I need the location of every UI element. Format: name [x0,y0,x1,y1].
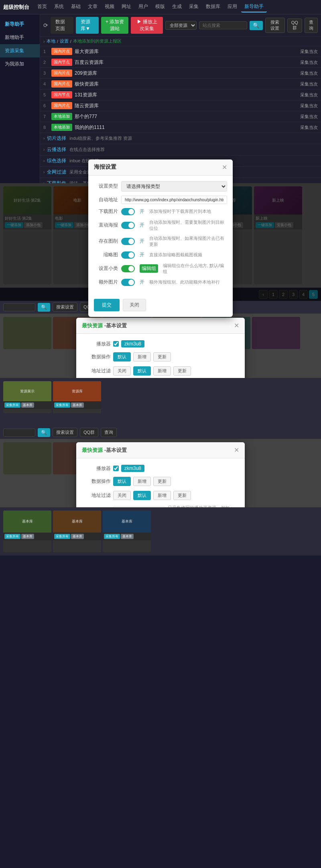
extra-img-row: 额外图片 开 额外海报组别、此功能额外本地补行 [94,279,227,286]
addr-filter-close-1[interactable]: 关闭 [113,366,131,376]
auto-poster-toggle[interactable] [121,222,135,229]
row-tag: 国内片点 [51,102,72,109]
breadcrumb-settings[interactable]: 设置 [60,38,69,44]
data-op-default-2[interactable]: 默认 [113,477,131,486]
dark-add-btn2[interactable]: 采集所有 [54,402,70,408]
section3-settings-button[interactable]: 搜索设置 [53,302,77,312]
breadcrumb: › 本地 / 设置 / 本地添加到的资源上报区 [40,37,321,46]
section4-qq-button[interactable]: QQ群 [80,428,98,437]
resource-select[interactable]: 全部资源 [165,21,197,30]
tab-resource-library[interactable]: 资源库▼ [76,17,99,34]
add-resource-button[interactable]: + 添加资源站 [101,17,128,34]
row-action[interactable]: 采集当次 [300,125,318,131]
tab-data-sources[interactable]: 数据页面 [51,17,73,34]
player-checkbox-2[interactable] [113,466,119,471]
bottom-base-btn2[interactable]: 基本库 [71,534,84,539]
nav-basic[interactable]: 基础 [68,2,84,12]
section4-settings-button[interactable]: 搜索设置 [53,428,77,437]
resource-table: 1 国内片点 最大资源库 采集当次 2 国内节点 百度云资源库 采集当次 3 国… [40,46,321,133]
data-op-update-1[interactable]: 更新 [153,352,171,361]
query-button[interactable]: 查询 [305,18,318,33]
nav-user[interactable]: 用户 [135,2,151,12]
bottom-add-btn[interactable]: 采集所有 [4,534,20,539]
sidebar-item-new-helper[interactable]: 新导助手 [0,18,40,31]
nav-generate[interactable]: 生成 [169,2,185,12]
poster-modal-overlay: 海报设置 ✕ 设置类型 请选择海报类型 自动地址 下载图片 开 [0,183,321,301]
collect-filter-input-2[interactable] [113,506,165,508]
download-img-toggle[interactable] [121,208,135,215]
breadcrumb-active[interactable]: 本地添加到的资源上报区 [73,38,122,44]
row-action[interactable]: 采集当次 [300,49,318,55]
bottom-base-btn[interactable]: 基本库 [21,534,34,539]
addr-filter-update-2[interactable]: 更新 [173,491,191,500]
bottom-add-btn2[interactable]: 采集所有 [54,534,70,539]
sidebar-item-add-helper[interactable]: 新增助手 [0,31,40,44]
nav-collect[interactable]: 采集 [186,2,202,12]
row-action[interactable]: 采集当次 [300,59,318,65]
nav-new-helper[interactable]: 新导助手 [241,2,267,12]
poster-submit-button[interactable]: 提交 [94,299,120,311]
nav-web[interactable]: 网址 [118,2,134,12]
nav-home[interactable]: 首页 [34,2,50,12]
section3-search-button[interactable]: 🔍 [38,303,50,312]
auto-url-input[interactable] [121,196,227,204]
bottom-add-btn3[interactable]: 采集所有 [104,534,120,539]
poster-close-button[interactable]: 关闭 [123,299,146,311]
nav-template[interactable]: 模版 [152,2,168,12]
sidebar-item-add-me[interactable]: 为我添加 [0,57,40,71]
qq-group-button[interactable]: QQ群 [287,18,302,33]
player-checkbox-1[interactable] [113,341,119,347]
data-op-default-1[interactable]: 默认 [113,352,131,361]
section4-query-button[interactable]: 查询 [101,428,117,437]
nav-items: 首页 系统 基础 文章 视频 网址 用户 模版 生成 采集 数据库 应用 新导助… [34,2,318,12]
dark-add-btn[interactable]: 采集所有 [4,402,20,408]
collect-button[interactable]: ▶ 播放上次采集 [131,17,163,34]
data-op-update-2[interactable]: 更新 [153,477,171,486]
chevron-right-icon: › [43,39,45,44]
settings-close-button-1[interactable]: ✕ [234,322,239,329]
category-item-cloud[interactable]: › 云播选择 在线点击选择推荐 [40,144,321,155]
extra-img-toggle[interactable] [121,279,135,286]
nav-database[interactable]: 数据库 [203,2,223,12]
settings-close-button-2[interactable]: ✕ [234,446,239,454]
row-action[interactable]: 采集当次 [300,81,318,87]
row-action[interactable]: 采集当次 [300,92,318,98]
thumbnail-toggle[interactable] [121,251,135,259]
dark-base-btn[interactable]: 基本库 [21,402,34,408]
player-row-2: 播放器 zkm3u8 [83,465,238,472]
row-action[interactable]: 采集当次 [300,70,318,76]
arrow-icon: › [43,159,45,163]
addr-filter-add-1[interactable]: 新增 [153,366,171,376]
data-op-add-2[interactable]: 新增 [133,477,151,486]
category-item-clip[interactable]: › 切片选择 indu稳搜索、参考采集推荐 资源 [40,133,321,144]
modal-title: 海报设置 [94,163,116,171]
nav-video[interactable]: 视频 [102,2,118,12]
nav-article[interactable]: 文章 [85,2,101,12]
row-action[interactable]: 采集当次 [300,103,318,109]
addr-filter-update-1[interactable]: 更新 [173,366,191,376]
addr-filter-close-2[interactable]: 关闭 [113,491,131,500]
modal-close-button[interactable]: ✕ [222,163,227,171]
bottom-base-btn3[interactable]: 基本库 [121,534,134,539]
refresh-button[interactable]: ⟳ [43,22,48,29]
addr-filter-default-1[interactable]: 默认 [133,366,151,376]
save-img-toggle[interactable] [121,238,135,245]
sidebar-item-resources[interactable]: 资源采集 [0,44,40,57]
setting-type-select[interactable]: 请选择海报类型 [121,181,227,192]
dark-base-btn2[interactable]: 基本库 [71,402,84,408]
row-tag: 本地添加 [51,113,72,120]
search-input[interactable] [199,21,247,29]
data-op-add-1[interactable]: 新增 [133,352,151,361]
search-button[interactable]: 🔍 [250,21,263,30]
addr-filter-add-2[interactable]: 新增 [153,491,171,500]
section4-search-button[interactable]: 🔍 [38,428,50,437]
search-settings-button[interactable]: 搜索设置 [265,18,284,33]
nav-system[interactable]: 系统 [51,2,67,12]
row-action[interactable]: 采集当次 [300,114,318,120]
row-tag: 本地添加 [51,124,72,131]
nav-app[interactable]: 应用 [224,2,240,12]
size-toggle[interactable] [121,265,135,272]
addr-filter-default-2[interactable]: 默认 [133,491,151,500]
breadcrumb-home[interactable]: 本地 [47,38,55,44]
data-op-row-1: 数据操作 默认 新增 更新 [83,352,238,361]
